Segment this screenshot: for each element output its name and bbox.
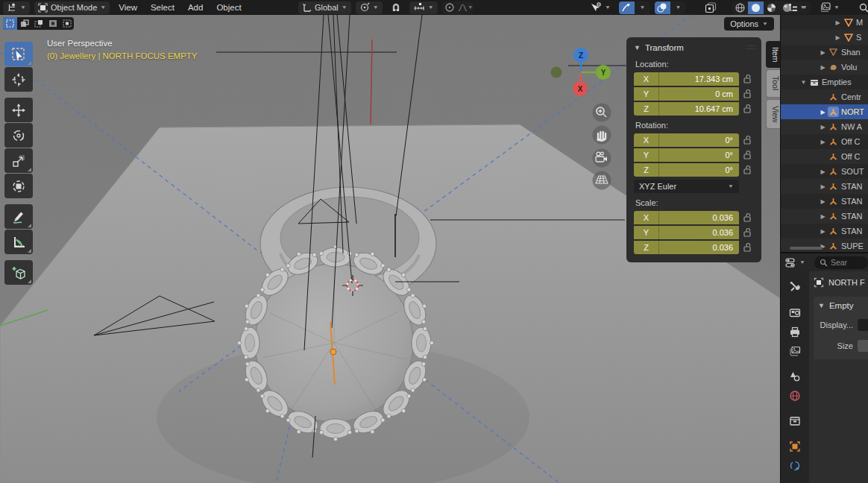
expand-arrow-icon[interactable]: ▶ (818, 168, 828, 175)
select-mode-intersect[interactable] (60, 17, 74, 30)
mode-select-dropdown[interactable]: Object Mode ▼ (34, 1, 110, 14)
tab-physics-properties[interactable] (784, 456, 806, 476)
tab-scene-properties[interactable] (784, 367, 806, 386)
camera-view-button[interactable] (593, 149, 611, 168)
rotation-x-field[interactable]: X 0° (634, 133, 739, 147)
outliner-row[interactable]: ▶ SOUT (781, 164, 868, 179)
lock-rotation-x[interactable] (739, 135, 755, 145)
lock-rotation-y[interactable] (739, 150, 755, 160)
tool-transform[interactable] (4, 174, 33, 198)
tool-rotate[interactable] (4, 123, 33, 148)
outliner-horizontal-scrollbar[interactable] (790, 247, 823, 250)
proportional-falloff-dropdown[interactable]: ▼ (458, 1, 474, 14)
ring-model[interactable] (237, 187, 436, 441)
outliner-filter-dropdown[interactable]: ▼ (816, 1, 843, 14)
zoom-button[interactable] (593, 104, 611, 122)
gizmo-axis-neg-y[interactable] (551, 67, 562, 78)
menu-select[interactable]: Select (146, 1, 179, 14)
outliner-row[interactable]: ▶ Shan (781, 45, 868, 60)
properties-editor-icon[interactable] (785, 258, 796, 268)
expand-arrow-icon[interactable]: ▶ (818, 109, 828, 116)
snap-target-dropdown[interactable]: ▼ (409, 1, 438, 14)
shading-material-button[interactable] (764, 1, 779, 14)
lock-scale-z[interactable] (739, 242, 755, 252)
properties-search-field[interactable]: Sear (814, 256, 868, 269)
tool-cursor[interactable] (4, 67, 33, 92)
tab-world-properties[interactable] (784, 386, 806, 405)
tab-view[interactable]: View (766, 99, 780, 130)
tab-tool-properties[interactable] (784, 277, 806, 297)
viewport-3d[interactable]: Z Y X (0, 15, 780, 483)
ortho-grid-button[interactable] (593, 171, 611, 190)
expand-arrow-icon[interactable]: ▶ (818, 124, 828, 130)
tool-annotate[interactable] (4, 204, 33, 229)
outliner-row[interactable]: ▶ SUPE (781, 239, 868, 252)
outliner-row[interactable]: ▶ STAN (781, 224, 868, 239)
object-visibility-dropdown[interactable]: ▼ (586, 1, 614, 14)
select-mode-subtract[interactable] (31, 17, 45, 30)
tab-tool[interactable]: Tool (766, 69, 780, 97)
proportional-edit-toggle[interactable] (442, 1, 458, 14)
outliner-search-icon[interactable] (858, 2, 868, 13)
menu-add[interactable]: Add (183, 1, 207, 14)
tool-measure[interactable] (4, 230, 33, 254)
outliner-display-mode-dropdown[interactable]: ▼ (784, 1, 811, 14)
select-mode-extend[interactable] (17, 17, 31, 30)
select-mode-set[interactable] (3, 17, 17, 30)
snap-toggle[interactable] (387, 1, 405, 14)
tool-add-cube[interactable] (4, 260, 33, 285)
outliner-row[interactable]: ▶ M (781, 15, 868, 30)
rotation-z-field[interactable]: Z 0° (634, 163, 739, 177)
rotation-mode-dropdown[interactable]: XYZ Euler ▼ (634, 180, 739, 193)
outliner-row[interactable]: Off C (781, 149, 868, 164)
size-input[interactable] (858, 340, 868, 352)
pan-hand-button[interactable] (593, 126, 611, 145)
lock-scale-y[interactable] (739, 227, 755, 237)
outliner-row-active[interactable]: ▶ NORT (781, 104, 868, 119)
menu-object[interactable]: Object (212, 1, 245, 14)
lock-scale-x[interactable] (739, 212, 755, 222)
select-mode-invert[interactable] (45, 17, 60, 30)
lock-location-x[interactable] (739, 74, 755, 83)
display-as-dropdown[interactable] (858, 319, 868, 331)
outliner-row[interactable]: ▶ S (781, 30, 868, 45)
expand-arrow-icon[interactable]: ▶ (818, 49, 828, 56)
tab-item[interactable]: Item (766, 41, 780, 68)
gizmo-dropdown[interactable]: ▼ (635, 1, 650, 14)
options-button[interactable]: Options ▼ (724, 17, 774, 31)
lock-location-z[interactable] (739, 104, 755, 113)
menu-view[interactable]: View (114, 1, 142, 14)
scale-z-field[interactable]: Z 0.036 (634, 241, 739, 254)
lock-location-y[interactable] (739, 89, 755, 98)
location-y-field[interactable]: Y 0 cm (634, 87, 739, 101)
expand-arrow-icon[interactable]: ▶ (818, 64, 828, 71)
show-gizmo-toggle[interactable] (619, 1, 635, 14)
tool-select-box[interactable] (4, 42, 33, 66)
outliner-row-collection[interactable]: ▼ Empties (781, 75, 868, 89)
outliner-row[interactable]: ▶ STAN (781, 179, 868, 194)
pivot-point-dropdown[interactable]: ▼ (356, 1, 383, 14)
tool-scale[interactable] (4, 148, 33, 173)
expand-arrow-icon[interactable]: ▶ (818, 183, 828, 190)
expand-arrow-icon[interactable]: ▶ (818, 213, 828, 220)
tool-move[interactable] (4, 98, 33, 122)
expand-arrow-icon[interactable]: ▶ (833, 19, 843, 26)
tab-object-properties[interactable] (784, 437, 806, 456)
outliner-row[interactable]: Centr (781, 89, 868, 104)
tab-collection-properties[interactable] (784, 411, 806, 431)
location-z-field[interactable]: Z 10.647 cm (634, 102, 739, 116)
empty-panel-header[interactable]: ▼ Empty (818, 301, 868, 310)
expand-arrow-icon[interactable]: ▶ (818, 139, 828, 145)
expand-arrow-icon[interactable]: ▶ (818, 228, 828, 235)
scale-x-field[interactable]: X 0.036 (634, 211, 739, 224)
tab-render-properties[interactable] (784, 303, 806, 322)
outliner-row[interactable]: ▶ STAN (781, 194, 868, 209)
outliner-row[interactable]: ▶ Volu (781, 60, 868, 75)
outliner-row[interactable]: ▶ Off C (781, 134, 868, 149)
editor-type-button[interactable]: ▼ (3, 1, 30, 14)
transform-orientation-dropdown[interactable]: Global ▼ (298, 1, 351, 14)
breadcrumb[interactable]: NORTH F (814, 277, 868, 288)
transform-panel-header[interactable]: ▼ Transform ∙∙∙∙∙∙∙∙ (634, 41, 755, 54)
xray-toggle[interactable] (701, 1, 720, 14)
scale-y-field[interactable]: Y 0.036 (634, 226, 739, 239)
